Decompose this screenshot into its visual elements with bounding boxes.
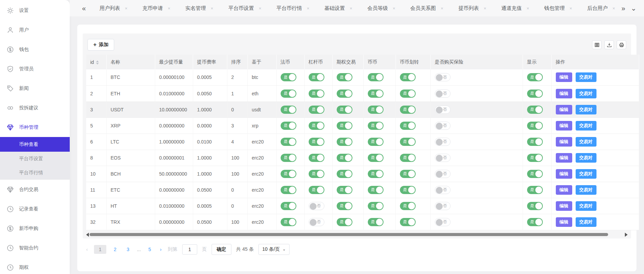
leverage-toggle[interactable]: 是: [309, 106, 324, 114]
sidebar-item-记录查看[interactable]: 记录查看: [0, 199, 70, 219]
scroll-left-arrow-icon[interactable]: [86, 233, 89, 237]
scrollbar-thumb[interactable]: [90, 233, 608, 236]
tabs-scroll-left-icon[interactable]: «: [79, 4, 89, 12]
tab-会员等级[interactable]: 会员等级×: [360, 2, 400, 14]
leverage-toggle[interactable]: 是: [309, 73, 324, 81]
tab-close-icon[interactable]: ×: [307, 6, 310, 11]
goto-confirm-button[interactable]: 确定: [212, 244, 231, 255]
sort-icon[interactable]: [96, 60, 99, 65]
leverage-toggle[interactable]: 是: [309, 186, 324, 194]
tab-平台币设置[interactable]: 平台币设置×: [221, 2, 266, 14]
coin-transfer-toggle[interactable]: 是: [400, 106, 416, 114]
scroll-right-arrow-icon[interactable]: [625, 233, 628, 237]
insurance-toggle[interactable]: 否: [435, 202, 451, 210]
fiat-toggle[interactable]: 是: [281, 154, 296, 162]
option-trade-toggle[interactable]: 是: [337, 122, 352, 130]
leverage-toggle[interactable]: 是: [309, 122, 324, 130]
trade-pair-button[interactable]: 交易对: [576, 201, 596, 211]
sidebar-item-投拆建议[interactable]: 投拆建议: [0, 98, 70, 118]
coin-transfer-toggle[interactable]: 是: [400, 202, 416, 210]
trade-pair-button[interactable]: 交易对: [576, 217, 596, 227]
tab-实名管理[interactable]: 实名管理×: [178, 2, 218, 14]
trade-pair-button[interactable]: 交易对: [576, 89, 596, 98]
sidebar-item-新币申购[interactable]: 新币申购: [0, 219, 70, 238]
pagination-prev-icon[interactable]: ‹: [85, 246, 89, 252]
scrollbar-track[interactable]: [90, 233, 624, 236]
trade-pair-button[interactable]: 交易对: [576, 105, 596, 114]
tab-close-icon[interactable]: ×: [168, 6, 171, 11]
coin-coin-toggle[interactable]: 是: [368, 106, 384, 114]
coin-coin-toggle[interactable]: 是: [368, 90, 384, 98]
option-trade-toggle[interactable]: 是: [337, 73, 352, 81]
coin-coin-toggle[interactable]: 是: [368, 186, 384, 194]
tab-后台用户[interactable]: 后台用户×: [580, 2, 617, 14]
insurance-toggle[interactable]: 否: [435, 218, 451, 226]
pagination-next-icon[interactable]: ›: [159, 246, 163, 252]
leverage-toggle[interactable]: 是: [309, 90, 324, 98]
insurance-toggle[interactable]: 否: [435, 154, 451, 162]
insurance-toggle[interactable]: 否: [435, 122, 451, 130]
display-toggle[interactable]: 是: [527, 122, 543, 130]
option-trade-toggle[interactable]: 是: [337, 106, 352, 114]
tab-close-icon[interactable]: ×: [125, 6, 128, 11]
sidebar-item-管理员[interactable]: 管理员: [0, 59, 70, 79]
display-toggle[interactable]: 是: [527, 218, 543, 226]
coin-coin-toggle[interactable]: 是: [368, 154, 384, 162]
goto-page-input[interactable]: [182, 244, 197, 255]
option-trade-toggle[interactable]: 是: [337, 218, 352, 226]
download-button[interactable]: [604, 40, 614, 49]
tab-基础设置[interactable]: 基础设置×: [317, 2, 357, 14]
sidebar-item-智能合约[interactable]: 智能合约: [0, 238, 70, 258]
edit-button[interactable]: 编辑: [556, 217, 572, 227]
fiat-toggle[interactable]: 是: [281, 90, 296, 98]
trade-pair-button[interactable]: 交易对: [576, 169, 596, 179]
edit-button[interactable]: 编辑: [556, 72, 572, 82]
tab-close-icon[interactable]: ×: [569, 6, 572, 11]
coin-transfer-toggle[interactable]: 是: [400, 122, 416, 130]
coin-transfer-toggle[interactable]: 是: [400, 90, 416, 98]
fiat-toggle[interactable]: 是: [281, 138, 296, 146]
fiat-toggle[interactable]: 是: [281, 186, 296, 194]
tab-close-icon[interactable]: ×: [484, 6, 486, 11]
display-toggle[interactable]: 是: [527, 186, 543, 194]
option-trade-toggle[interactable]: 是: [337, 138, 352, 146]
edit-button[interactable]: 编辑: [556, 169, 572, 179]
option-trade-toggle[interactable]: 是: [337, 154, 352, 162]
display-toggle[interactable]: 是: [527, 170, 543, 178]
add-button[interactable]: + 添加: [88, 39, 114, 51]
coin-coin-toggle[interactable]: 是: [368, 122, 384, 130]
tab-close-icon[interactable]: ×: [526, 6, 529, 11]
insurance-toggle[interactable]: 否: [435, 106, 451, 114]
fiat-toggle[interactable]: 是: [281, 73, 296, 81]
printer-button[interactable]: [617, 40, 626, 49]
trade-pair-button[interactable]: 交易对: [576, 137, 596, 147]
edit-button[interactable]: 编辑: [556, 89, 572, 98]
coin-transfer-toggle[interactable]: 是: [400, 138, 416, 146]
edit-button[interactable]: 编辑: [556, 121, 572, 131]
tabs-menu-icon[interactable]: ⌄: [628, 4, 639, 12]
coin-transfer-toggle[interactable]: 是: [400, 154, 416, 162]
tab-钱包管理[interactable]: 钱包管理×: [537, 2, 577, 14]
option-trade-toggle[interactable]: 是: [337, 170, 352, 178]
edit-button[interactable]: 编辑: [556, 137, 572, 147]
sidebar-item-币种管理[interactable]: 币种管理: [0, 118, 70, 137]
sidebar-item-合约交易[interactable]: 合约交易: [0, 180, 70, 199]
display-toggle[interactable]: 是: [527, 90, 543, 98]
coin-transfer-toggle[interactable]: 是: [400, 170, 416, 178]
tab-close-icon[interactable]: ×: [393, 6, 395, 11]
insurance-toggle[interactable]: 否: [435, 90, 451, 98]
display-toggle[interactable]: 是: [527, 138, 543, 146]
fiat-toggle[interactable]: 是: [281, 170, 296, 178]
edit-button[interactable]: 编辑: [556, 185, 572, 195]
edit-button[interactable]: 编辑: [556, 105, 572, 114]
leverage-toggle[interactable]: 是: [309, 170, 324, 178]
display-toggle[interactable]: 是: [527, 73, 543, 81]
coin-coin-toggle[interactable]: 是: [368, 73, 384, 81]
leverage-toggle[interactable]: 否: [309, 218, 324, 226]
sidebar-item-期权[interactable]: 期权: [0, 258, 70, 274]
edit-button[interactable]: 编辑: [556, 153, 572, 163]
coin-coin-toggle[interactable]: 是: [368, 202, 384, 210]
sidebar-item-钱包[interactable]: 钱包: [0, 40, 70, 59]
insurance-toggle[interactable]: 否: [435, 186, 451, 194]
tab-通道充值[interactable]: 通道充值×: [494, 2, 534, 14]
